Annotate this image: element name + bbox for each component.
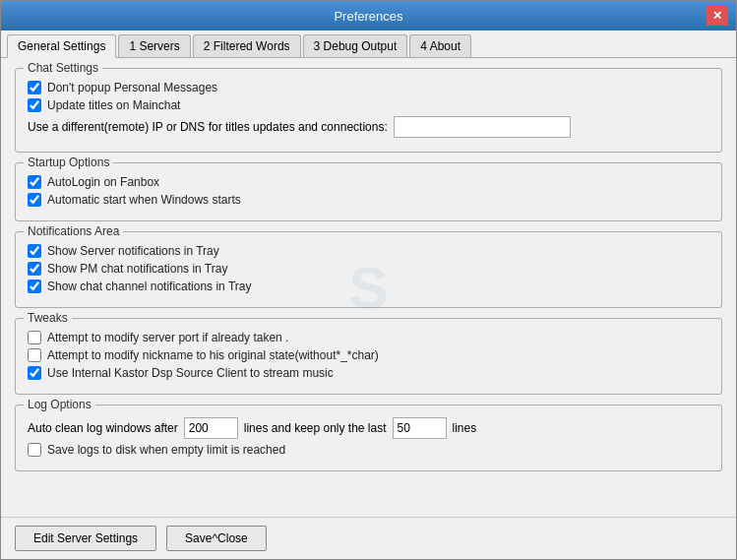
save-logs-label[interactable]: Save logs to disk when empty limit is re… [47,443,285,457]
tab-debug-output[interactable]: 3 Debug Output [303,34,408,57]
chat-settings-label: Chat Settings [24,61,102,75]
log-options-group: Log Options Auto clean log windows after… [15,404,722,471]
dont-popup-row: Don't popup Personal Messages [28,81,709,94]
ip-dns-input[interactable] [394,116,571,138]
tab-general[interactable]: General Settings [7,34,116,58]
modify-nickname-label[interactable]: Attempt to modify nickname to his origin… [47,348,379,362]
show-channel-row: Show chat channel notifications in Tray [28,280,709,293]
lines-suffix: lines [453,421,477,435]
tab-servers[interactable]: 1 Servers [118,34,190,57]
log-options-label: Log Options [24,398,95,411]
dont-popup-label[interactable]: Don't popup Personal Messages [47,81,217,94]
autologin-row: AutoLogin on Fanbox [28,175,709,189]
show-pm-label[interactable]: Show PM chat notifications in Tray [47,262,227,276]
show-server-row: Show Server notifications in Tray [28,244,709,258]
autostart-checkbox[interactable] [28,193,41,207]
save-logs-checkbox[interactable] [28,443,41,457]
update-titles-label[interactable]: Update titles on Mainchat [47,98,180,112]
autostart-label[interactable]: Automatic start when Windows starts [47,193,241,207]
main-content: S Chat Settings Don't popup Personal Mes… [1,58,736,517]
dont-popup-checkbox[interactable] [28,81,41,94]
startup-options-group: Startup Options AutoLogin on Fanbox Auto… [15,162,722,221]
save-logs-row: Save logs to disk when empty limit is re… [28,443,709,457]
auto-clean-row: Auto clean log windows after lines and k… [28,417,709,439]
notifications-group: Notifications Area Show Server notificat… [15,231,722,308]
modify-port-checkbox[interactable] [28,331,41,344]
modify-port-row: Attempt to modify server port if already… [28,331,709,344]
notifications-label: Notifications Area [24,224,123,238]
ip-dns-row: Use a different(remote) IP or DNS for ti… [28,116,709,138]
use-kastor-row: Use Internal Kastor Dsp Source Client to… [28,366,709,380]
auto-clean-prefix: Auto clean log windows after [28,421,178,435]
startup-options-label: Startup Options [24,156,113,169]
save-close-button[interactable]: Save^Close [166,526,267,551]
ip-dns-label: Use a different(remote) IP or DNS for ti… [28,120,388,134]
modify-nickname-row: Attempt to modify nickname to his origin… [28,348,709,362]
lines-middle: lines and keep only the last [244,421,387,435]
close-button[interactable]: ✕ [706,6,728,26]
show-channel-checkbox[interactable] [28,280,41,293]
use-kastor-checkbox[interactable] [28,366,41,380]
show-channel-label[interactable]: Show chat channel notifications in Tray [47,280,251,293]
tab-about[interactable]: 4 About [409,34,471,57]
tweaks-group: Tweaks Attempt to modify server port if … [15,318,722,395]
update-titles-row: Update titles on Mainchat [28,98,709,112]
show-pm-checkbox[interactable] [28,262,41,276]
tab-filtered-words[interactable]: 2 Filtered Words [193,34,301,57]
show-pm-row: Show PM chat notifications in Tray [28,262,709,276]
edit-server-button[interactable]: Edit Server Settings [15,526,156,551]
show-server-label[interactable]: Show Server notifications in Tray [47,244,219,258]
autologin-checkbox[interactable] [28,175,41,189]
modify-port-label[interactable]: Attempt to modify server port if already… [47,331,288,344]
chat-settings-group: Chat Settings Don't popup Personal Messa… [15,68,722,153]
update-titles-checkbox[interactable] [28,98,41,112]
show-server-checkbox[interactable] [28,244,41,258]
window-title: Preferences [31,9,706,24]
autologin-label[interactable]: AutoLogin on Fanbox [47,175,159,189]
lines-value-input[interactable] [184,417,238,439]
bottom-bar: Edit Server Settings Save^Close [1,517,736,559]
keep-value-input[interactable] [393,417,447,439]
autostart-row: Automatic start when Windows starts [28,193,709,207]
modify-nickname-checkbox[interactable] [28,348,41,362]
use-kastor-label[interactable]: Use Internal Kastor Dsp Source Client to… [47,366,334,380]
tab-bar: General Settings 1 Servers 2 Filtered Wo… [1,31,736,58]
title-bar: Preferences ✕ [1,1,736,31]
preferences-window: Preferences ✕ General Settings 1 Servers… [0,0,737,560]
tweaks-label: Tweaks [24,311,72,325]
